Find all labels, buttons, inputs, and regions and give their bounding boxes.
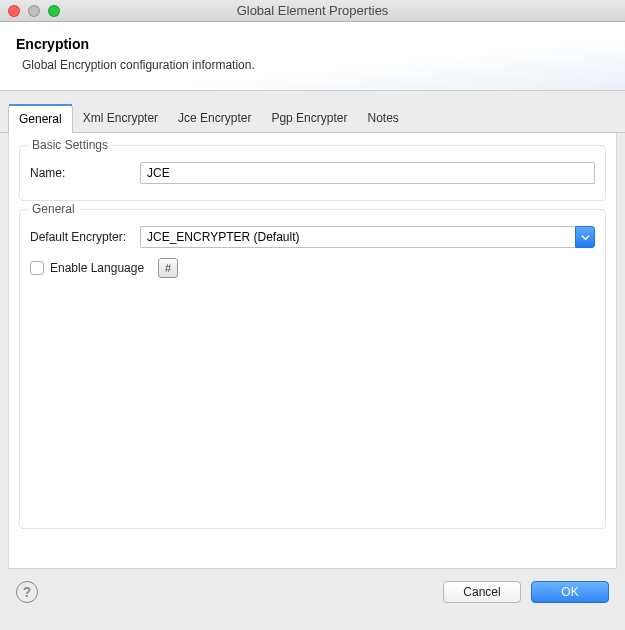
enable-language-checkbox[interactable] (30, 261, 44, 275)
expression-button[interactable]: # (158, 258, 178, 278)
name-label: Name: (30, 166, 140, 180)
minimize-icon (28, 5, 40, 17)
window-title: Global Element Properties (8, 3, 617, 18)
enable-language-row: Enable Language # (30, 258, 595, 278)
window-controls (8, 5, 60, 17)
dialog-header: Encryption Global Encryption configurati… (0, 22, 625, 91)
general-group: General Default Encrypter: Enable Langua… (19, 209, 606, 529)
dropdown-toggle-button[interactable] (575, 226, 595, 248)
page-subtitle: Global Encryption configuration informat… (22, 58, 609, 72)
close-icon[interactable] (8, 5, 20, 17)
hash-icon: # (165, 262, 171, 274)
chevron-down-icon (581, 233, 590, 242)
name-row: Name: (30, 162, 595, 184)
help-button[interactable]: ? (16, 581, 38, 603)
enable-language-label: Enable Language (50, 261, 144, 275)
dialog-footer: ? Cancel OK (0, 569, 625, 615)
titlebar: Global Element Properties (0, 0, 625, 22)
basic-settings-legend: Basic Settings (28, 138, 112, 152)
ok-label: OK (561, 585, 578, 599)
tab-notes[interactable]: Notes (357, 105, 408, 133)
default-encrypter-select-wrap (140, 226, 595, 248)
zoom-icon[interactable] (48, 5, 60, 17)
default-encrypter-label: Default Encrypter: (30, 230, 140, 244)
default-encrypter-select[interactable] (140, 226, 575, 248)
help-icon: ? (23, 584, 32, 600)
page-title: Encryption (16, 36, 609, 52)
name-input[interactable] (140, 162, 595, 184)
tab-general[interactable]: General (8, 105, 73, 133)
tab-bar: General Xml Encrypter Jce Encrypter Pgp … (0, 105, 625, 133)
ok-button[interactable]: OK (531, 581, 609, 603)
tab-content: Basic Settings Name: General Default Enc… (8, 133, 617, 569)
tab-pgp-encrypter[interactable]: Pgp Encrypter (261, 105, 357, 133)
basic-settings-group: Basic Settings Name: (19, 145, 606, 201)
cancel-label: Cancel (463, 585, 500, 599)
tab-jce-encrypter[interactable]: Jce Encrypter (168, 105, 261, 133)
tab-xml-encrypter[interactable]: Xml Encrypter (73, 105, 168, 133)
default-encrypter-row: Default Encrypter: (30, 226, 595, 248)
general-legend: General (28, 202, 79, 216)
cancel-button[interactable]: Cancel (443, 581, 521, 603)
